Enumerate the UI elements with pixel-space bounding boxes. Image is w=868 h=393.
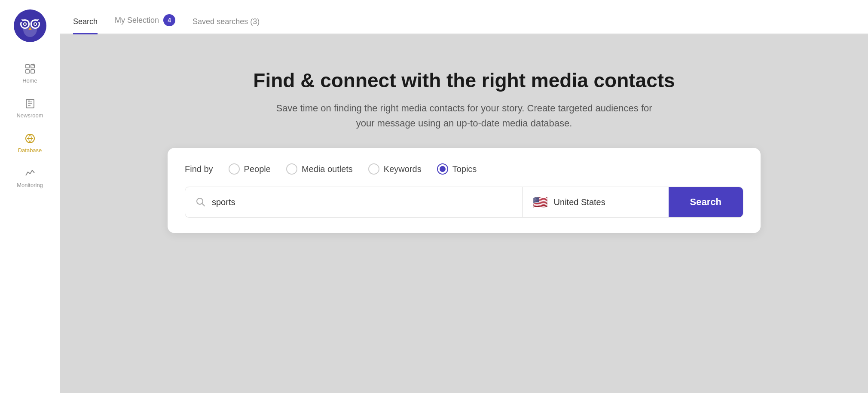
sidebar-item-newsroom-label: Newsroom bbox=[16, 112, 43, 119]
tab-search-label: Search bbox=[73, 17, 98, 26]
search-card: Find by People Media outlets Keywords To… bbox=[168, 148, 761, 233]
svg-rect-17 bbox=[26, 70, 29, 73]
logo bbox=[13, 9, 47, 43]
content-area: Find & connect with the right media cont… bbox=[60, 34, 868, 393]
search-input-section bbox=[185, 187, 523, 217]
tab-my-selection-label: My Selection bbox=[115, 16, 159, 25]
sidebar-item-home[interactable]: Home bbox=[0, 56, 60, 91]
sidebar-item-newsroom[interactable]: Newsroom bbox=[0, 91, 60, 126]
sidebar-item-monitoring-label: Monitoring bbox=[17, 182, 43, 188]
radio-topics-circle bbox=[437, 163, 448, 175]
tab-saved-searches[interactable]: Saved searches (3) bbox=[193, 17, 260, 34]
svg-line-29 bbox=[202, 203, 205, 206]
newsroom-icon bbox=[24, 98, 36, 110]
sidebar-item-monitoring[interactable]: Monitoring bbox=[0, 160, 60, 195]
svg-rect-25 bbox=[28, 100, 30, 102]
sidebar-item-database-label: Database bbox=[18, 147, 42, 154]
country-section[interactable]: 🇺🇸 United States bbox=[523, 187, 669, 217]
sidebar: Home Newsroom Database bbox=[0, 0, 60, 393]
country-label: United States bbox=[554, 197, 605, 207]
country-flag: 🇺🇸 bbox=[533, 195, 548, 209]
hero-title: Find & connect with the right media cont… bbox=[253, 69, 675, 92]
find-by-row: Find by People Media outlets Keywords To… bbox=[185, 163, 743, 175]
svg-rect-18 bbox=[31, 70, 34, 73]
radio-people-label: People bbox=[244, 164, 271, 174]
home-icon bbox=[24, 63, 36, 75]
svg-point-5 bbox=[24, 23, 26, 25]
radio-keywords[interactable]: Keywords bbox=[368, 163, 422, 175]
hero-subtitle: Save time on finding the right media con… bbox=[271, 101, 657, 131]
search-icon bbox=[196, 197, 206, 207]
radio-keywords-circle bbox=[368, 163, 379, 175]
find-by-label: Find by bbox=[185, 164, 213, 174]
radio-keywords-label: Keywords bbox=[384, 164, 422, 174]
search-button[interactable]: Search bbox=[669, 187, 743, 217]
radio-people[interactable]: People bbox=[229, 163, 271, 175]
database-icon bbox=[24, 132, 36, 144]
search-text-input[interactable] bbox=[212, 197, 512, 207]
sidebar-item-database[interactable]: Database bbox=[0, 126, 60, 160]
radio-topics[interactable]: Topics bbox=[437, 163, 477, 175]
monitoring-icon bbox=[24, 167, 36, 179]
radio-people-circle bbox=[229, 163, 240, 175]
svg-point-9 bbox=[34, 23, 36, 25]
tab-saved-searches-label: Saved searches (3) bbox=[193, 17, 260, 26]
radio-media-outlets[interactable]: Media outlets bbox=[286, 163, 353, 175]
tab-my-selection[interactable]: My Selection 4 bbox=[115, 14, 175, 34]
radio-media-outlets-label: Media outlets bbox=[302, 164, 353, 174]
tab-search[interactable]: Search bbox=[73, 17, 98, 34]
svg-rect-15 bbox=[26, 64, 29, 68]
my-selection-badge: 4 bbox=[163, 14, 175, 26]
main-content: Search My Selection 4 Saved searches (3)… bbox=[60, 0, 868, 393]
radio-media-outlets-circle bbox=[286, 163, 297, 175]
search-inputs-row: 🇺🇸 United States Search bbox=[185, 187, 743, 218]
radio-topics-label: Topics bbox=[452, 164, 477, 174]
sidebar-item-home-label: Home bbox=[22, 77, 37, 84]
tab-bar: Search My Selection 4 Saved searches (3) bbox=[60, 0, 868, 34]
